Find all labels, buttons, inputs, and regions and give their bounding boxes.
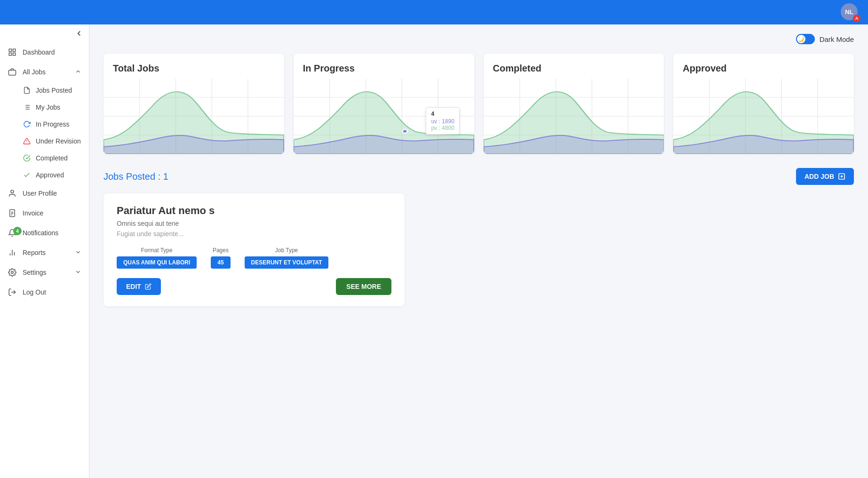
briefcase-icon (8, 67, 17, 77)
warning-icon (23, 137, 31, 145)
sidebar-item-completed[interactable]: Completed (0, 150, 89, 167)
main-content: 🌙 Dark Mode Total Jobs (89, 24, 868, 478)
stat-card-title: In Progress (303, 63, 465, 74)
settings-icon (8, 268, 17, 277)
svg-point-21 (11, 271, 14, 274)
job-title: Pariatur Aut nemo s (117, 205, 391, 217)
invoice-icon (8, 208, 17, 218)
stat-card-in-progress: In Progress (294, 54, 474, 154)
see-more-button[interactable]: SEE MORE (336, 278, 391, 295)
job-meta: Format Type QUAS ANIM QUI LABORI Pages 4… (117, 247, 391, 269)
chart-in-progress: 4 uv : 1890 pv : 4800 (294, 79, 474, 154)
stat-card-completed: Completed (484, 54, 664, 154)
notification-count-badge: 4 (13, 227, 22, 235)
pages-label: Pages (213, 247, 229, 254)
chevron-down-icon (75, 269, 81, 277)
plus-square-icon (838, 173, 845, 180)
sidebar-item-jobs-posted[interactable]: Jobs Posted (0, 82, 89, 99)
stat-card-title: Completed (493, 63, 655, 74)
chevron-up-icon (75, 68, 81, 76)
bar-chart-icon (8, 248, 17, 257)
user-avatar[interactable]: NL A (841, 3, 859, 21)
sidebar-item-label: Log Out (23, 288, 81, 296)
see-more-label: SEE MORE (346, 283, 381, 290)
format-type-label: Format Type (141, 247, 173, 254)
pencil-icon (145, 283, 151, 290)
sidebar-item-label: Settings (23, 269, 69, 276)
job-type-group: Job Type DESERUNT ET VOLUPTAT (245, 247, 329, 269)
stat-card-title: Total Jobs (113, 63, 275, 74)
checkmark-icon (23, 171, 31, 179)
dark-mode-toggle[interactable]: 🌙 (796, 34, 815, 44)
stat-card-title: Approved (683, 63, 844, 74)
sidebar-item-reports[interactable]: Reports (0, 243, 89, 263)
dark-mode-label: Dark Mode (820, 35, 854, 43)
document-icon (23, 86, 31, 95)
chart-total-jobs (104, 79, 284, 154)
sidebar-item-label: Under Revision (36, 137, 81, 145)
sidebar-item-under-revision[interactable]: Under Revision (0, 133, 89, 150)
edit-label: EDIT (126, 283, 141, 290)
sidebar-item-label: Notifications (23, 229, 81, 237)
format-type-group: Format Type QUAS ANIM QUI LABORI (117, 247, 197, 269)
sidebar-item-my-jobs[interactable]: My Jobs (0, 99, 89, 116)
sidebar-item-label: Completed (36, 154, 68, 162)
job-actions: EDIT SEE MORE (117, 278, 391, 295)
stats-grid: Total Jobs (104, 54, 854, 154)
add-job-button[interactable]: ADD JOB (796, 168, 854, 185)
topbar: NL A (0, 0, 868, 24)
sidebar-item-settings[interactable]: Settings (0, 263, 89, 282)
sidebar-item-label: In Progress (36, 120, 70, 128)
job-description: Fugiat unde sapiente... (117, 230, 391, 238)
sidebar-item-label: Reports (23, 249, 69, 256)
refresh-icon (23, 120, 31, 128)
chevron-down-icon (75, 249, 81, 257)
edit-button[interactable]: EDIT (117, 278, 161, 295)
svg-rect-4 (9, 70, 16, 75)
sidebar-item-label: User Profile (23, 190, 81, 197)
svg-rect-0 (9, 49, 11, 51)
sidebar-item-logout[interactable]: Log Out (0, 282, 89, 302)
sidebar-item-all-jobs[interactable]: All Jobs (0, 62, 89, 82)
sidebar-item-approved[interactable]: Approved (0, 167, 89, 183)
grid-icon (8, 48, 17, 57)
collapse-button[interactable] (0, 24, 89, 42)
stat-card-approved: Approved (673, 54, 854, 154)
list-icon (23, 103, 31, 112)
add-job-label: ADD JOB (804, 173, 834, 180)
toggle-knob: 🌙 (797, 35, 805, 43)
sidebar-item-label: Invoice (23, 209, 81, 217)
avatar-badge: A (853, 15, 860, 22)
format-type-value: QUAS ANIM QUI LABORI (117, 256, 197, 269)
dark-mode-row: 🌙 Dark Mode (104, 34, 854, 44)
sidebar-item-label: All Jobs (23, 68, 69, 76)
chart-approved (673, 79, 854, 154)
main-layout: Dashboard All Jobs Jobs Posted My Jobs (0, 24, 868, 478)
person-icon (8, 189, 17, 198)
sidebar-item-invoice[interactable]: Invoice (0, 203, 89, 223)
sidebar-item-notifications[interactable]: 4 Notifications (0, 223, 89, 243)
stat-card-total-jobs: Total Jobs (104, 54, 284, 154)
sidebar-item-label: Dashboard (23, 48, 81, 56)
job-card: Pariatur Aut nemo s Omnis sequi aut tene… (104, 193, 405, 306)
moon-icon: 🌙 (798, 36, 804, 42)
svg-point-13 (11, 190, 14, 193)
sidebar: Dashboard All Jobs Jobs Posted My Jobs (0, 24, 89, 478)
pages-group: Pages 45 (211, 247, 230, 269)
sidebar-item-user-profile[interactable]: User Profile (0, 183, 89, 203)
sidebar-item-label: My Jobs (36, 104, 60, 111)
sidebar-item-label: Approved (36, 171, 64, 179)
job-type-value: DESERUNT ET VOLUPTAT (245, 256, 329, 269)
sidebar-item-dashboard[interactable]: Dashboard (0, 42, 89, 62)
sidebar-item-label: Jobs Posted (36, 87, 72, 94)
svg-rect-1 (13, 49, 16, 51)
jobs-section-title: Jobs Posted : 1 (104, 171, 168, 182)
logout-icon (8, 287, 17, 297)
svg-rect-2 (13, 53, 16, 56)
svg-point-37 (402, 129, 407, 133)
sidebar-item-in-progress[interactable]: In Progress (0, 116, 89, 133)
job-subtitle: Omnis sequi aut tene (117, 220, 391, 227)
check-circle-icon (23, 154, 31, 162)
chart-completed (484, 79, 664, 154)
svg-rect-3 (9, 53, 11, 56)
